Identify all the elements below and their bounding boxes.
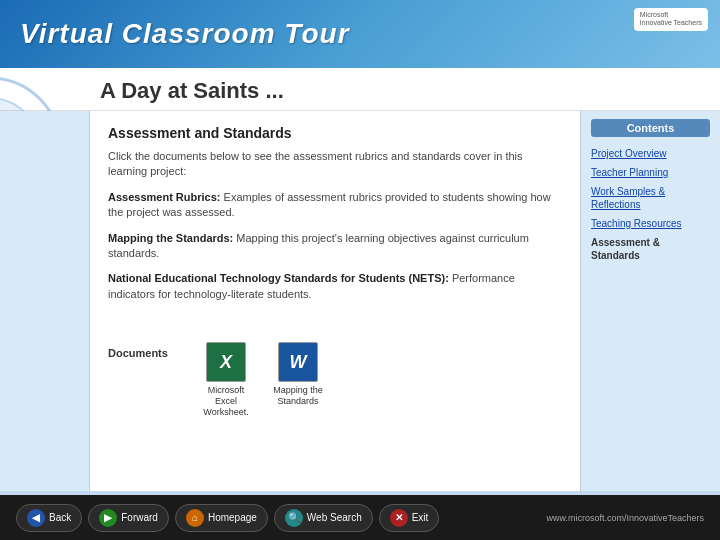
- documents-label: Documents: [108, 342, 188, 359]
- excel-icon[interactable]: [206, 342, 246, 382]
- forward-button[interactable]: ▶ Forward: [88, 504, 169, 532]
- content-area: Assessment and Standards Click the docum…: [90, 111, 580, 491]
- word-label: Mapping theStandards: [273, 385, 323, 407]
- home-icon: ⌂: [186, 509, 204, 527]
- contents-header: Contents: [591, 119, 710, 137]
- exit-icon: ✕: [390, 509, 408, 527]
- doc-word[interactable]: W Mapping theStandards: [270, 342, 326, 407]
- right-sidebar: Contents Project Overview Teacher Planni…: [580, 111, 720, 491]
- item-label-1: Assessment Rubrics:: [108, 191, 221, 203]
- footer-nav: ◀ Back ▶ Forward ⌂ Homepage 🔍 Web Search…: [16, 504, 439, 532]
- exit-label: Exit: [412, 512, 429, 523]
- home-label: Homepage: [208, 512, 257, 523]
- forward-icon: ▶: [99, 509, 117, 527]
- content-item-1: Assessment Rubrics: Examples of assessme…: [108, 190, 562, 221]
- forward-label: Forward: [121, 512, 158, 523]
- content-item-2: Mapping the Standards: Mapping this proj…: [108, 231, 562, 262]
- documents-section: Documents Microsoft ExcelWorksheet. W Ma…: [108, 342, 562, 417]
- sidebar-link-project-overview[interactable]: Project Overview: [591, 147, 710, 160]
- back-label: Back: [49, 512, 71, 523]
- footer: ◀ Back ▶ Forward ⌂ Homepage 🔍 Web Search…: [0, 495, 720, 540]
- content-item-3: National Educational Technology Standard…: [108, 271, 562, 302]
- logo-line2: Innovative Teachers: [640, 19, 702, 27]
- page-title: A Day at Saints ...: [0, 68, 720, 111]
- exit-button[interactable]: ✕ Exit: [379, 504, 440, 532]
- app-title: Virtual Classroom Tour: [20, 18, 350, 50]
- back-button[interactable]: ◀ Back: [16, 504, 82, 532]
- sidebar-link-assessment[interactable]: Assessment & Standards: [591, 236, 710, 262]
- doc-icons: Microsoft ExcelWorksheet. W Mapping theS…: [198, 342, 326, 417]
- home-button[interactable]: ⌂ Homepage: [175, 504, 268, 532]
- item-label-3: National Educational Technology Standard…: [108, 272, 449, 284]
- search-icon: 🔍: [285, 509, 303, 527]
- doc-excel[interactable]: Microsoft ExcelWorksheet.: [198, 342, 254, 417]
- item-label-2: Mapping the Standards:: [108, 232, 233, 244]
- sidebar-link-teacher-planning[interactable]: Teacher Planning: [591, 166, 710, 179]
- section-title: Assessment and Standards: [108, 125, 562, 141]
- content-intro: Click the documents below to see the ass…: [108, 149, 562, 180]
- search-button[interactable]: 🔍 Web Search: [274, 504, 373, 532]
- ms-logo: Microsoft Innovative Teachers: [634, 8, 708, 31]
- back-icon: ◀: [27, 509, 45, 527]
- header: Virtual Classroom Tour Microsoft Innovat…: [0, 0, 720, 68]
- sidebar-link-teaching-resources[interactable]: Teaching Resources: [591, 217, 710, 230]
- search-label: Web Search: [307, 512, 362, 523]
- logo-line1: Microsoft: [640, 11, 702, 19]
- excel-label: Microsoft ExcelWorksheet.: [198, 385, 254, 417]
- sidebar-link-work-samples[interactable]: Work Samples & Reflections: [591, 185, 710, 211]
- left-sidebar: [0, 111, 90, 491]
- footer-url: www.microsoft.com/InnovativeTeachers: [546, 513, 704, 523]
- word-icon[interactable]: W: [278, 342, 318, 382]
